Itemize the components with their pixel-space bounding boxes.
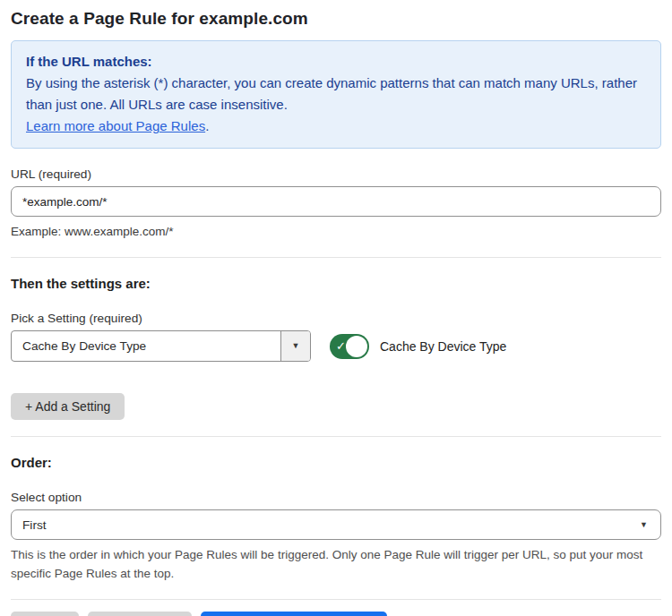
info-box-heading: If the URL matches: (26, 51, 646, 73)
divider (11, 257, 661, 258)
order-helper: This is the order in which your Page Rul… (11, 545, 661, 583)
footer-actions: Cancel Save as Draft Save and Deploy Pag… (11, 612, 661, 616)
setting-toggle-label: Cache By Device Type (380, 339, 506, 354)
create-page-rule-form: Create a Page Rule for example.com If th… (0, 0, 672, 616)
setting-row: Cache By Device Type ▼ ✓ Cache By Device… (11, 330, 661, 362)
page-title: Create a Page Rule for example.com (11, 9, 661, 29)
setting-enabled-toggle[interactable]: ✓ (330, 334, 369, 359)
pick-setting-label: Pick a Setting (required) (11, 312, 661, 325)
url-input[interactable] (11, 186, 661, 217)
order-section-heading: Order: (11, 455, 661, 470)
link-suffix: . (205, 118, 209, 133)
caret-down-icon: ▼ (292, 342, 300, 350)
order-select[interactable]: First ▼ (11, 509, 661, 540)
toggle-knob (346, 336, 367, 357)
divider (11, 436, 661, 437)
order-select-value: First (22, 518, 640, 532)
divider (11, 599, 661, 600)
setting-select-value: Cache By Device Type (12, 331, 280, 361)
cancel-button[interactable]: Cancel (11, 612, 79, 616)
info-link-line: Learn more about Page Rules. (26, 116, 646, 137)
check-icon: ✓ (336, 340, 346, 352)
add-setting-button[interactable]: + Add a Setting (11, 393, 125, 420)
save-draft-button[interactable]: Save as Draft (88, 612, 193, 616)
save-deploy-button[interactable]: Save and Deploy Page Rule (201, 612, 387, 616)
select-option-label: Select option (11, 491, 661, 504)
settings-section-heading: Then the settings are: (11, 276, 661, 291)
url-label: URL (required) (11, 167, 661, 181)
url-example-helper: Example: www.example.com/* (11, 222, 661, 241)
learn-more-link[interactable]: Learn more about Page Rules (26, 118, 205, 133)
caret-down-icon: ▼ (640, 521, 648, 529)
url-match-info-box: If the URL matches: By using the asteris… (11, 40, 661, 149)
setting-select[interactable]: Cache By Device Type ▼ (11, 330, 311, 362)
setting-select-caret-button[interactable]: ▼ (280, 331, 310, 361)
info-box-body: By using the asterisk (*) character, you… (26, 73, 646, 116)
